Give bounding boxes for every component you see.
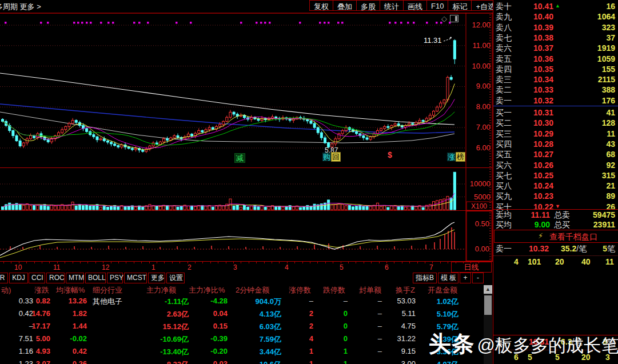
order-book-row-买四[interactable]: 买四10.2843 (493, 139, 618, 150)
order-book-row-买六[interactable]: 买六10.2692 (493, 161, 618, 171)
indicator-button-bar: ARKDJCCIROCMTMBOLLPSYMCST更多设置指标B模 板+- (0, 273, 493, 284)
table-cell[interactable]: 4.07亿 (0, 359, 458, 364)
table-cell[interactable]: 5.10亿 (0, 309, 458, 319)
scroll-thumb[interactable] (484, 295, 492, 315)
sell-avg-row: 卖均 11.11 总卖 59475 (493, 210, 618, 221)
svg-text:12.00: 12.00 (472, 21, 491, 29)
indicator-button-模 板[interactable]: 模 板 (438, 273, 458, 283)
indicator-button-MTM[interactable]: MTM (66, 273, 84, 283)
rank-badge[interactable]: 涨榜 (447, 153, 465, 161)
column-header-3[interactable]: 均涨幅% (56, 285, 85, 295)
indicator-button-MCST[interactable]: MCST (124, 273, 147, 283)
svg-text:9.00: 9.00 (476, 82, 491, 90)
indicator-button-设置[interactable]: 设置 (166, 273, 185, 283)
time-label-1: 1 (151, 263, 156, 271)
level2-quote-link[interactable]: ⚡ 查看千档盘口 (494, 230, 618, 243)
table-cell[interactable]: 5.79亿 (0, 322, 458, 332)
indicator-button--[interactable]: - (472, 273, 484, 283)
order-book-row-买三[interactable]: 买三10.2911 (493, 129, 618, 139)
column-header-6[interactable]: 主力净比% (189, 285, 225, 295)
svg-text:11.00: 11.00 (472, 41, 491, 50)
column-header-4[interactable]: 细分行业 (93, 285, 122, 295)
order-book-row-卖七[interactable]: 卖七10.3837 (493, 33, 618, 43)
toolbar-button-画线[interactable]: 画线 (404, 0, 427, 11)
watermark-handle: @板多多的成长笔记 (477, 335, 618, 355)
time-label-3: 3 (233, 263, 237, 271)
column-header-1[interactable]: 动) (1, 285, 11, 295)
scroll-up-arrow[interactable]: ▲ (484, 285, 492, 294)
table-cell[interactable]: 3.36亿 (0, 347, 458, 357)
diamond-icon[interactable]: ◇ (441, 14, 447, 23)
time-label-12: 12 (102, 263, 109, 271)
time-label-10: 10 (14, 263, 22, 271)
buyback-badge[interactable]: 购回 (322, 153, 341, 161)
column-header-9[interactable]: 跌停数 (323, 285, 345, 295)
column-header-10[interactable]: 封单额 (359, 285, 381, 295)
column-header-5[interactable]: 主力净额 (146, 285, 176, 295)
period-selector[interactable]: 日线 (451, 262, 492, 273)
indicator-button-BOLL[interactable]: BOLL (85, 273, 106, 283)
column-header-8[interactable]: 涨停数 (289, 285, 311, 295)
table-cell[interactable]: 5.39亿 (0, 334, 458, 345)
order-book-row-买一[interactable]: 买一10.3141 (493, 108, 618, 118)
column-header-11[interactable]: 换手Z (396, 285, 415, 295)
toolbar-buttons: 复权叠加多股统计画线F10标记+自选返回 (309, 0, 523, 13)
svg-text:0.50: 0.50 (475, 219, 489, 228)
svg-text:8.00: 8.00 (476, 102, 491, 111)
sell1-detail-row: 卖一 10.32 35.2/笔 5笔 (493, 244, 618, 255)
indicator-button-CCI[interactable]: CCI (29, 273, 45, 283)
indicator-button-AR[interactable]: AR (0, 273, 8, 283)
svg-text:X100: X100 (471, 202, 487, 210)
time-label-4: 4 (285, 263, 289, 271)
lightning-icon: ⚡ (538, 231, 543, 240)
order-book-row-买二[interactable]: 买二10.30128 (493, 118, 618, 129)
toolbar-button-多股[interactable]: 多股 (357, 0, 380, 11)
indicator-button-ROC[interactable]: ROC (46, 273, 65, 283)
indicator-button-PSY[interactable]: PSY (107, 273, 123, 283)
time-label-6: 6 (385, 263, 389, 271)
watermark-brand: 头条 (429, 331, 475, 356)
toolbar-button-标记[interactable]: 标记 (448, 0, 472, 11)
order-book-row-买九[interactable]: 买九10.2389 (493, 191, 618, 202)
column-header-7[interactable]: 2分钟金额 (236, 285, 269, 295)
toolbar-button-复权[interactable]: 复权 (309, 0, 333, 11)
indicator-button-更多[interactable]: 更多 (148, 273, 165, 283)
indicator-button-KDJ[interactable]: KDJ (9, 273, 28, 283)
column-header-12[interactable]: 开盘金额 (428, 285, 457, 295)
top-toolbar: 多周期 更多 > 复权叠加多股统计画线F10标记+自选返回 (0, 0, 493, 14)
trading-app-window: 多周期 更多 > 复权叠加多股统计画线F10标记+自选返回 12.0011.00… (0, 0, 618, 364)
order-book-row-买八[interactable]: 买八10.2421 (493, 181, 618, 191)
toolbar-button-F10[interactable]: F10 (427, 0, 448, 11)
total-buy-value: 23911 (593, 220, 615, 229)
total-sell-value: 59475 (593, 210, 615, 219)
order-book-row-卖八[interactable]: 卖八10.39323 (493, 23, 618, 33)
bid-ask-divider (493, 106, 618, 106)
kline-chart[interactable]: 12.0011.0010.009.008.007.006.00100005000… (0, 13, 493, 261)
indicator-button-指标B[interactable]: 指标B (413, 273, 437, 283)
toolbar-button-叠加[interactable]: 叠加 (333, 0, 357, 11)
time-axis: 日线 1011121234567 (0, 261, 493, 273)
order-book-row-卖九[interactable]: 卖九10.401064 (493, 12, 618, 22)
order-book-row-卖三[interactable]: 卖三10.342115 (493, 75, 618, 85)
order-book-row-卖一[interactable]: 卖一10.32176 (493, 96, 618, 106)
indicator-button-+[interactable]: + (460, 273, 471, 283)
buy-avg-row: 买均 9.00 总买 23911 (493, 220, 618, 230)
column-header-2[interactable]: 涨跌 (34, 285, 49, 295)
sell1-queue: 4101204011 (493, 257, 615, 266)
period-menu[interactable]: 多周期 更多 > (0, 2, 41, 12)
order-book-row-卖五[interactable]: 卖五10.361059 (493, 54, 618, 65)
panel-layout-icon[interactable] (450, 15, 458, 22)
order-book-row-卖十[interactable]: 卖十10.41▲16 (493, 2, 618, 12)
order-book-row-卖二[interactable]: 卖二10.33388 (493, 85, 618, 95)
svg-text:10.00: 10.00 (472, 62, 491, 70)
sector-table: 动)涨跌均涨幅%细分行业主力净额主力净比%2分钟金额涨停数跌停数封单额换手Z开盘… (0, 284, 493, 364)
table-cell[interactable]: 1.02亿 (0, 297, 458, 307)
order-book-row-卖六[interactable]: 卖六10.371919 (493, 43, 618, 54)
order-book-row-买五[interactable]: 买五10.2768 (493, 150, 618, 160)
order-book-row-卖四[interactable]: 卖四10.35155 (493, 65, 618, 75)
toolbar-button-统计[interactable]: 统计 (380, 0, 404, 11)
reduce-badge[interactable]: 减 (234, 153, 245, 163)
order-book-row-买七[interactable]: 买七10.25315 (493, 171, 618, 181)
svg-text:6.00: 6.00 (476, 143, 491, 152)
svg-text:11.31: 11.31 (424, 36, 442, 45)
